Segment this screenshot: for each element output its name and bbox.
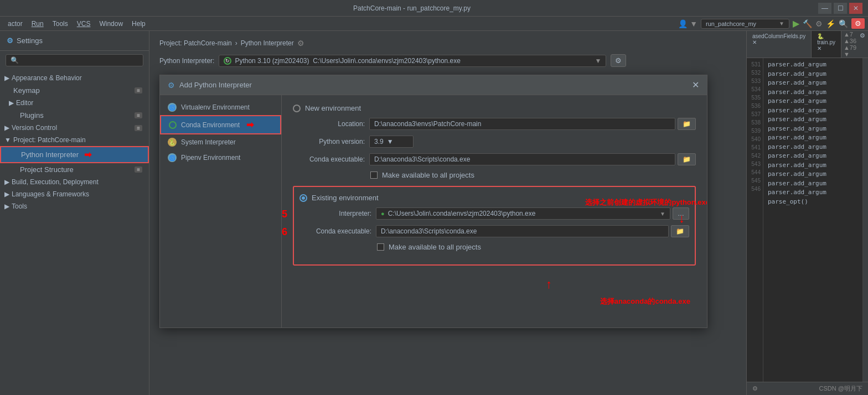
code-line-542: parser.add_argum	[766, 161, 860, 170]
conda-exec-input[interactable]	[369, 153, 675, 165]
make-available-new-checkbox[interactable]	[370, 171, 378, 179]
settings-gear-icon[interactable]: ⚙	[851, 18, 865, 29]
menu-window[interactable]: Window	[95, 19, 127, 29]
maximize-button[interactable]: ☐	[834, 3, 847, 14]
sidebar-item-build[interactable]: ▶ Build, Execution, Deployment	[0, 176, 149, 188]
new-env-label: New environment	[305, 104, 361, 112]
code-line-539: parser.add_argum	[766, 133, 860, 143]
breadcrumb-separator: ›	[235, 39, 237, 47]
menu-bar: actor Run Tools VCS Window Help 👤 ▼ run_…	[0, 17, 868, 31]
existing-conda-browse-button[interactable]: 📁	[671, 225, 689, 237]
run-button[interactable]: ▶	[793, 18, 799, 29]
make-available-new-label: Make available to all projects	[382, 171, 474, 179]
version-dropdown-arrow: ▼	[387, 138, 394, 145]
sidebar-item-keymap[interactable]: Keymap ≡	[0, 84, 149, 97]
env-type-virtualenv[interactable]: 🌀 Virtualenv Environment	[160, 100, 281, 115]
tab-ased-column-fields[interactable]: asedColumnFields.py ✕	[747, 31, 812, 58]
python-version-selector[interactable]: 3.9 ▼	[369, 136, 414, 148]
dialog-close-button[interactable]: ✕	[692, 80, 699, 90]
search-everywhere-icon[interactable]: 🔍	[839, 19, 848, 28]
python-version-label: Python version:	[293, 138, 365, 145]
new-environment-option[interactable]: New environment	[293, 104, 696, 112]
code-tabs: asedColumnFields.py ✕ 🐍 train.py ✕ ▲7 ▲3…	[747, 31, 868, 58]
tab-train[interactable]: 🐍 train.py ✕	[812, 31, 841, 58]
menu-vcs[interactable]: VCS	[73, 19, 95, 29]
sidebar-item-plugins[interactable]: Plugins ≡	[0, 109, 149, 122]
line-539: 539	[747, 127, 763, 135]
env-type-system[interactable]: 🐍 System Interpreter	[160, 134, 281, 150]
sidebar-item-editor-label: Editor	[16, 99, 33, 107]
settings-header: ⚙ Settings	[0, 31, 149, 51]
existing-conda-exec-input[interactable]	[376, 225, 669, 237]
breadcrumb-settings-icon[interactable]: ⚙	[297, 39, 304, 48]
scrollbar[interactable]	[862, 58, 868, 382]
existing-env-radio[interactable]	[299, 194, 307, 202]
sidebar-item-python-interpreter[interactable]: Python Interpreter ➡	[0, 146, 149, 163]
settings-title: Settings	[17, 37, 43, 45]
profile-icon[interactable]: ⚡	[826, 19, 835, 28]
menu-run[interactable]: Run	[27, 19, 48, 29]
annotation-5: 5	[282, 209, 287, 220]
code-line-540: parser.add_argum	[766, 143, 860, 152]
sidebar-item-tools[interactable]: ▶ Tools	[0, 200, 149, 212]
sidebar-item-project-structure[interactable]: Project Structure ≡	[0, 163, 149, 176]
location-input[interactable]	[369, 118, 675, 130]
sidebar-item-plugins-label: Plugins	[20, 111, 44, 119]
interpreter-selector[interactable]: ↻ Python 3.10 (zjm202403) C:\Users\Jolin…	[219, 55, 606, 67]
sidebar-item-keymap-label: Keymap	[13, 86, 40, 95]
sidebar-item-version-control[interactable]: ▶ Version Control ≡	[0, 122, 149, 134]
env-type-conda[interactable]: Conda Environment ➡	[160, 115, 281, 134]
make-available-existing-checkbox[interactable]	[377, 243, 384, 251]
version-value: 3.9	[374, 138, 384, 145]
bottom-gear-icon[interactable]: ⚙	[752, 385, 758, 392]
sidebar-item-project-structure-label: Project Structure	[20, 165, 74, 174]
plugins-badge: ≡	[135, 112, 142, 118]
system-icon: 🐍	[168, 138, 177, 147]
settings-tree: ▶ Appearance & Behavior Keymap ≡ ▶ Edito…	[0, 70, 149, 395]
location-browse-button[interactable]: 📁	[678, 118, 696, 130]
menu-actor[interactable]: actor	[3, 19, 27, 29]
run-configuration-selector[interactable]: run_patchcore_my ▼	[701, 19, 789, 29]
menu-help[interactable]: Help	[127, 19, 150, 29]
debug-icon[interactable]: ⚙	[815, 19, 823, 28]
minimize-button[interactable]: —	[818, 3, 831, 14]
location-field-group: 📁	[369, 118, 696, 130]
line-546: 546	[747, 185, 763, 193]
sidebar-item-project[interactable]: ▼ Project: PatchCore-main	[0, 134, 149, 146]
new-env-radio[interactable]	[293, 105, 301, 112]
sidebar-item-languages[interactable]: ▶ Languages & Frameworks	[0, 188, 149, 200]
location-label: Location:	[293, 120, 365, 128]
conda-icon	[169, 121, 177, 129]
existing-interpreter-row: 5 Interpreter: ● C:\Users\Jolin\.conda\e…	[299, 207, 689, 220]
sidebar-item-editor[interactable]: ▶ Editor	[0, 97, 149, 109]
annotation-6: 6	[282, 226, 287, 238]
virtualenv-icon: 🌀	[168, 103, 177, 112]
line-536: 536	[747, 102, 763, 110]
code-line-532: parser.add_argum	[766, 70, 860, 79]
main-layout: ⚙ Settings ▶ Appearance & Behavior Keyma…	[0, 31, 868, 395]
user-icon[interactable]: 👤 ▼	[678, 19, 698, 28]
code-panel-settings[interactable]: ⚙	[856, 31, 868, 58]
code-line-545: parser.add_argum	[766, 188, 860, 198]
system-label: System Interpreter	[181, 138, 236, 146]
line-numbers: 531 532 533 534 535 536 537 538 539 540 …	[747, 58, 763, 382]
content-area: Project: PatchCore-main › Python Interpr…	[149, 31, 746, 395]
code-line-546: parse_opt()	[766, 198, 860, 207]
interpreter-gear-button[interactable]: ⚙	[611, 54, 626, 67]
menu-tools[interactable]: Tools	[48, 19, 73, 29]
code-content-area: 531 532 533 534 535 536 537 538 539 540 …	[747, 58, 868, 382]
breadcrumb-current: Python Interpreter	[241, 39, 294, 47]
env-type-pipenv[interactable]: 🌀 Pipenv Environment	[160, 150, 281, 165]
annotation-2: ➡	[84, 149, 91, 160]
window-controls[interactable]: — ☐ ✕	[818, 3, 862, 14]
build-icon[interactable]: 🔨	[803, 19, 812, 28]
annotation-3-arrow: ➡	[246, 119, 254, 130]
existing-interpreter-selector[interactable]: ● C:\Users\Jolin\.conda\envs\zjm202403\p…	[376, 207, 670, 220]
code-warnings: ▲7 ▲36 ▲79 ▼	[844, 31, 856, 58]
close-button[interactable]: ✕	[849, 3, 862, 14]
sidebar-item-appearance[interactable]: ▶ Appearance & Behavior	[0, 72, 149, 84]
conda-exec-browse-button[interactable]: 📁	[678, 153, 696, 165]
settings-search-input[interactable]	[6, 54, 143, 66]
appearance-expand-arrow: ▶	[4, 74, 9, 82]
breadcrumb-project[interactable]: Project: PatchCore-main	[159, 39, 232, 47]
